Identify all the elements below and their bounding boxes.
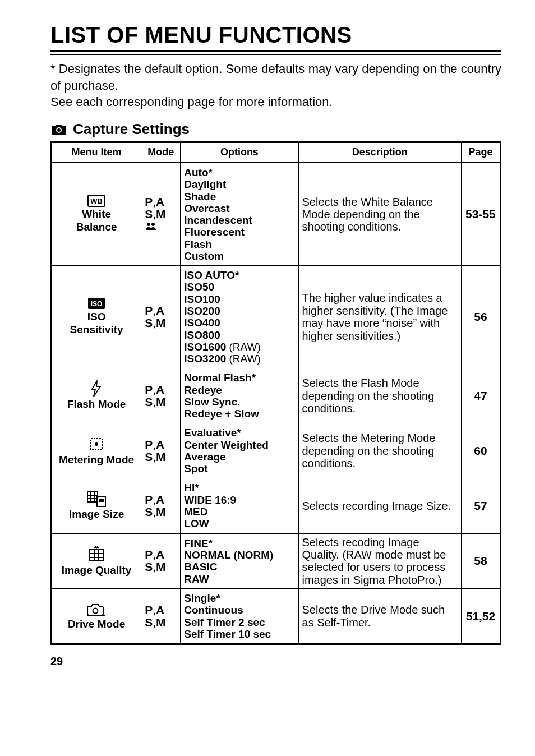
col-description: Description <box>298 142 461 163</box>
svg-point-5 <box>151 223 155 226</box>
page-cell: 60 <box>461 423 500 478</box>
wb-icon: WB <box>56 195 137 207</box>
menu-item-cell: Metering Mode <box>52 423 141 478</box>
svg-point-22 <box>93 609 98 614</box>
options-cell: Auto*DaylightShadeOvercastIncandescentFl… <box>181 163 298 266</box>
options-cell: Evaluative*Center WeightedAverageSpot <box>181 423 298 478</box>
camera-icon <box>50 123 67 136</box>
table-row: Image SizeP,AS,MHI*WIDE 16:9MEDLOWSelect… <box>52 478 501 533</box>
iso-icon: ISO <box>56 297 137 310</box>
table-row: ISOISOSensitivityP,AS,MISO AUTO*ISO50ISO… <box>52 266 501 368</box>
col-options: Options <box>181 142 298 163</box>
mode-cell: P,AS,M <box>141 533 181 589</box>
col-menu-item: Menu Item <box>52 142 141 163</box>
menu-item-cell: Image Size <box>52 478 141 533</box>
mode-cell: P,AS,M <box>141 266 181 368</box>
page-cell: 58 <box>461 533 500 589</box>
intro-text: * Designates the default option. Some de… <box>50 61 501 110</box>
page-title: LIST OF MENU FUNCTIONS <box>50 22 501 48</box>
mode-cell: P,AS,M <box>141 368 181 423</box>
options-cell: Single*ContinuousSelf Timer 2 secSelf Ti… <box>181 589 298 644</box>
section-title: Capture Settings <box>73 121 190 138</box>
description-cell: Selects the Flash Mode depending on the … <box>298 368 461 423</box>
section-header: Capture Settings <box>50 121 501 138</box>
imagesize-icon <box>56 491 137 507</box>
menu-functions-table: Menu Item Mode Options Description Page … <box>50 141 501 645</box>
title-underline <box>50 50 501 55</box>
mode-cell: P,AS,M <box>141 163 181 266</box>
options-cell: Normal Flash*RedeyeSlow Sync.Redeye + Sl… <box>181 368 298 423</box>
mode-cell: P,AS,M <box>141 589 181 644</box>
mode-cell: P,AS,M <box>141 478 181 533</box>
description-cell: Selects the Drive Mode such as Self-Time… <box>298 589 461 644</box>
table-row: Drive ModeP,AS,MSingle*ContinuousSelf Ti… <box>52 589 501 644</box>
description-cell: Selects recording Image Size. <box>298 478 461 533</box>
svg-point-9 <box>95 442 98 446</box>
page-cell: 53-55 <box>461 163 500 266</box>
svg-rect-16 <box>99 499 104 502</box>
page-cell: 51,52 <box>461 589 500 644</box>
drive-icon <box>56 601 137 617</box>
svg-rect-10 <box>87 492 98 502</box>
table-row: Metering ModeP,AS,MEvaluative*Center Wei… <box>52 423 501 478</box>
description-cell: Selects the Metering Mode depending on t… <box>298 423 461 478</box>
page-cell: 47 <box>461 368 500 423</box>
svg-rect-17 <box>90 550 103 561</box>
svg-point-4 <box>147 223 150 226</box>
description-cell: The higher value indicates a higher sens… <box>298 266 461 368</box>
page-number: 29 <box>50 655 501 668</box>
options-cell: ISO AUTO*ISO50ISO100ISO200ISO400ISO800IS… <box>181 266 298 368</box>
col-mode: Mode <box>141 142 181 163</box>
options-cell: FINE*NORMAL (NORM)BASICRAW <box>181 533 298 589</box>
flash-icon <box>56 380 137 397</box>
imagequality-icon <box>56 545 137 563</box>
table-row: WBWhiteBalanceP,AS,MAuto*DaylightShadeOv… <box>52 163 501 266</box>
mode-cell: P,AS,M <box>141 423 181 478</box>
metering-icon <box>56 436 137 453</box>
table-row: Image QualityP,AS,MFINE*NORMAL (NORM)BAS… <box>52 533 501 589</box>
svg-point-1 <box>57 128 61 132</box>
svg-text:ISO: ISO <box>91 300 103 308</box>
menu-item-cell: WBWhiteBalance <box>52 163 141 266</box>
svg-text:WB: WB <box>90 197 103 205</box>
menu-item-cell: Drive Mode <box>52 589 141 644</box>
col-page: Page <box>461 142 500 163</box>
table-row: Flash ModeP,AS,MNormal Flash*RedeyeSlow … <box>52 368 501 423</box>
description-cell: Selects recoding Image Quality. (RAW mod… <box>298 533 461 589</box>
options-cell: HI*WIDE 16:9MEDLOW <box>181 478 298 533</box>
menu-item-cell: Image Quality <box>52 533 141 589</box>
page-cell: 56 <box>461 266 500 368</box>
page-cell: 57 <box>461 478 500 533</box>
menu-item-cell: ISOISOSensitivity <box>52 266 141 368</box>
table-header-row: Menu Item Mode Options Description Page <box>52 142 501 163</box>
description-cell: Selects the White Balance Mode depending… <box>298 163 461 266</box>
menu-item-cell: Flash Mode <box>52 368 141 423</box>
